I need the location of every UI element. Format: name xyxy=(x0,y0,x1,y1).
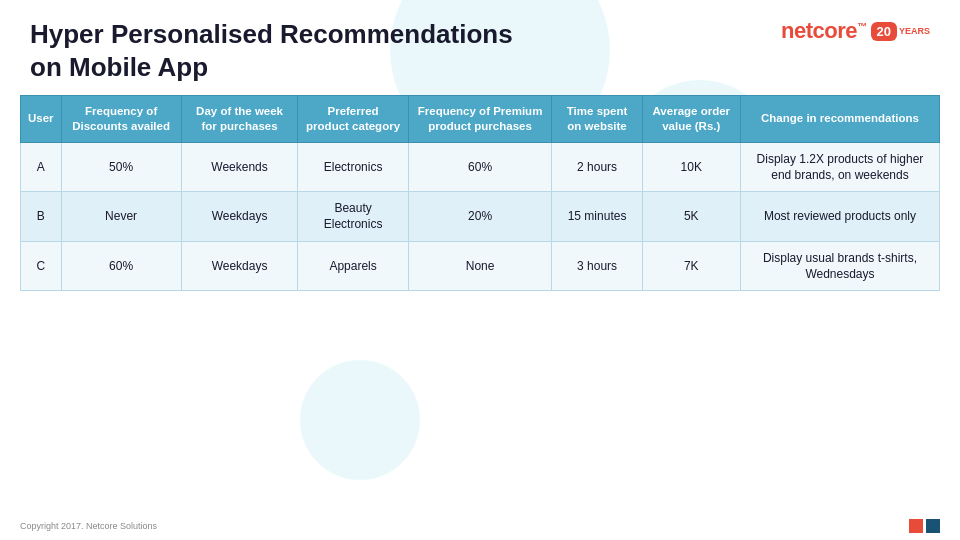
cell-user: A xyxy=(21,142,62,191)
cell-discount_freq: 50% xyxy=(61,142,181,191)
table-row: A50%WeekendsElectronics60%2 hours10KDisp… xyxy=(21,142,940,191)
footer-square-orange xyxy=(909,519,923,533)
logo-subtitle: YEARS xyxy=(899,27,930,36)
cell-avg_order_value: 7K xyxy=(642,241,740,290)
logo-badge: 20 xyxy=(871,22,897,41)
cell-premium_freq: None xyxy=(408,241,552,290)
cell-day_of_week: Weekends xyxy=(181,142,298,191)
logo: netcore™ 20 YEARS xyxy=(781,18,930,44)
cell-change_recommendations: Most reviewed products only xyxy=(740,192,939,241)
footer: Copyright 2017. Netcore Solutions xyxy=(0,512,960,540)
table-row: BNeverWeekdaysBeauty Electronics20%15 mi… xyxy=(21,192,940,241)
cell-day_of_week: Weekdays xyxy=(181,241,298,290)
col-user: User xyxy=(21,96,62,143)
col-time-spent: Time spent on website xyxy=(552,96,642,143)
copyright-text: Copyright 2017. Netcore Solutions xyxy=(20,521,157,531)
cell-change_recommendations: Display usual brands t-shirts, Wednesday… xyxy=(740,241,939,290)
col-premium-freq: Frequency of Premium product purchases xyxy=(408,96,552,143)
col-change-recommendations: Change in recommendations xyxy=(740,96,939,143)
cell-avg_order_value: 5K xyxy=(642,192,740,241)
cell-avg_order_value: 10K xyxy=(642,142,740,191)
cell-day_of_week: Weekdays xyxy=(181,192,298,241)
footer-square-blue xyxy=(926,519,940,533)
col-preferred-category: Preferred product category xyxy=(298,96,408,143)
cell-user: B xyxy=(21,192,62,241)
cell-change_recommendations: Display 1.2X products of higher end bran… xyxy=(740,142,939,191)
cell-preferred_category: Electronics xyxy=(298,142,408,191)
footer-squares xyxy=(909,519,940,533)
col-avg-order-value: Average order value (Rs.) xyxy=(642,96,740,143)
table-row: C60%WeekdaysApparelsNone3 hours7KDisplay… xyxy=(21,241,940,290)
cell-preferred_category: Beauty Electronics xyxy=(298,192,408,241)
header: Hyper Personalised Recommendations on Mo… xyxy=(0,0,960,95)
page-title: Hyper Personalised Recommendations on Mo… xyxy=(30,18,513,83)
cell-discount_freq: 60% xyxy=(61,241,181,290)
cell-time_spent: 2 hours xyxy=(552,142,642,191)
cell-discount_freq: Never xyxy=(61,192,181,241)
col-discount-freq: Frequency of Discounts availed xyxy=(61,96,181,143)
data-table-container: User Frequency of Discounts availed Day … xyxy=(0,95,960,291)
logo-text: netcore™ xyxy=(781,18,866,44)
table-header-row: User Frequency of Discounts availed Day … xyxy=(21,96,940,143)
recommendations-table: User Frequency of Discounts availed Day … xyxy=(20,95,940,291)
cell-premium_freq: 60% xyxy=(408,142,552,191)
col-day-of-week: Day of the week for purchases xyxy=(181,96,298,143)
cell-user: C xyxy=(21,241,62,290)
cell-time_spent: 3 hours xyxy=(552,241,642,290)
cell-premium_freq: 20% xyxy=(408,192,552,241)
cell-preferred_category: Apparels xyxy=(298,241,408,290)
cell-time_spent: 15 minutes xyxy=(552,192,642,241)
